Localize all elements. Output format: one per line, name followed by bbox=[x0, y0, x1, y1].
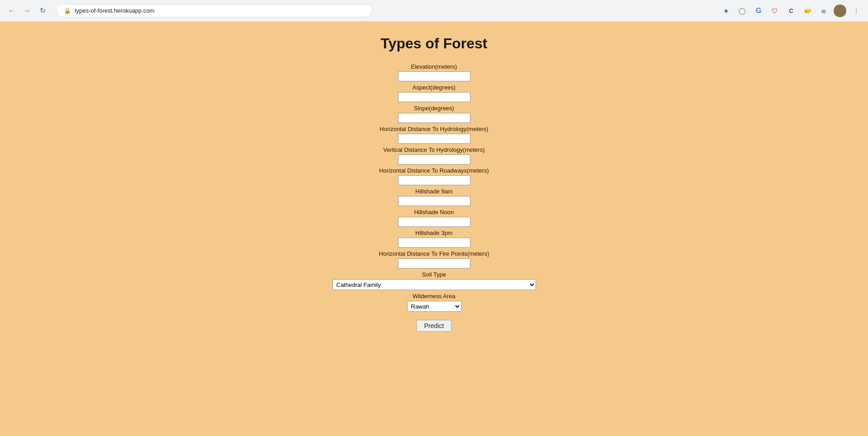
soil-type-group: Soil Type Cathedral Family Vanet - Ratak… bbox=[321, 271, 547, 290]
predict-button[interactable]: Predict bbox=[417, 320, 452, 332]
nav-buttons: ← → ↻ bbox=[5, 5, 49, 17]
reload-button[interactable]: ↻ bbox=[36, 5, 49, 17]
aspect-label: Aspect(degrees) bbox=[413, 84, 455, 91]
elevation-label: Elevation(meters) bbox=[411, 63, 457, 70]
url-text: types-of-forest.herokuapp.com bbox=[75, 7, 154, 14]
slope-label: Slope(degrees) bbox=[414, 105, 454, 112]
main-content: Types of Forest Elevation(meters) Aspect… bbox=[0, 22, 868, 436]
wilderness-area-group: Wilderness Area Rawah Neota Comanche Pea… bbox=[321, 293, 547, 312]
elevation-group: Elevation(meters) bbox=[321, 63, 547, 81]
hillshade-3pm-group: Hillshade 3pm bbox=[321, 230, 547, 248]
more-icon[interactable]: ⋮ bbox=[850, 5, 863, 17]
soil-type-select[interactable]: Cathedral Family Vanet - Ratake families… bbox=[332, 279, 536, 290]
puzzle-icon[interactable]: 🤛 bbox=[801, 5, 814, 17]
menu-icon[interactable]: ≣ bbox=[817, 5, 830, 17]
hillshade-9am-label: Hillshade 9am bbox=[415, 188, 452, 195]
lock-icon: 🔒 bbox=[64, 7, 71, 14]
horiz-roadways-group: Horizontal Distance To Roadways(meters) bbox=[321, 167, 547, 185]
hillshade-noon-group: Hillshade Noon bbox=[321, 209, 547, 227]
c-icon[interactable]: C bbox=[785, 5, 797, 17]
horiz-hydrology-group: Horizontal Distance To Hydrology(meters) bbox=[321, 126, 547, 144]
vert-hydrology-input[interactable] bbox=[398, 155, 470, 164]
shield-icon[interactable]: 🛡 bbox=[768, 5, 781, 17]
wilderness-area-label: Wilderness Area bbox=[413, 293, 455, 300]
horiz-fire-label: Horizontal Distance To Fire Points(meter… bbox=[379, 250, 489, 257]
hillshade-3pm-label: Hillshade 3pm bbox=[415, 230, 452, 236]
browser-chrome: ← → ↻ 🔒 types-of-forest.herokuapp.com ★ … bbox=[0, 0, 868, 22]
slope-input[interactable] bbox=[398, 113, 470, 123]
horiz-hydrology-label: Horizontal Distance To Hydrology(meters) bbox=[379, 126, 488, 132]
search-icon[interactable]: ◯ bbox=[736, 5, 749, 17]
form-container: Elevation(meters) Aspect(degrees) Slope(… bbox=[321, 63, 547, 332]
bookmark-icon[interactable]: ★ bbox=[720, 5, 732, 17]
aspect-input[interactable] bbox=[398, 92, 470, 102]
horiz-roadways-label: Horizontal Distance To Roadways(meters) bbox=[379, 167, 489, 174]
hillshade-9am-group: Hillshade 9am bbox=[321, 188, 547, 206]
elevation-input[interactable] bbox=[398, 71, 470, 81]
aspect-group: Aspect(degrees) bbox=[321, 84, 547, 102]
hillshade-noon-input[interactable] bbox=[398, 217, 470, 227]
address-bar[interactable]: 🔒 types-of-forest.herokuapp.com bbox=[56, 4, 373, 17]
vert-hydrology-label: Vertical Distance To Hydrology(meters) bbox=[383, 146, 484, 153]
horiz-fire-group: Horizontal Distance To Fire Points(meter… bbox=[321, 250, 547, 268]
hillshade-noon-label: Hillshade Noon bbox=[414, 209, 454, 216]
g-icon[interactable]: G bbox=[752, 5, 765, 17]
horiz-hydrology-input[interactable] bbox=[398, 134, 470, 144]
vert-hydrology-group: Vertical Distance To Hydrology(meters) bbox=[321, 146, 547, 164]
toolbar-right: ★ ◯ G 🛡 C 🤛 ≣ ⋮ bbox=[720, 5, 863, 17]
hillshade-3pm-input[interactable] bbox=[398, 238, 470, 248]
back-button[interactable]: ← bbox=[5, 5, 18, 17]
wilderness-area-select[interactable]: Rawah Neota Comanche Peak Cache la Poudr… bbox=[407, 301, 461, 312]
slope-group: Slope(degrees) bbox=[321, 105, 547, 123]
avatar[interactable] bbox=[834, 5, 846, 17]
page-title: Types of Forest bbox=[381, 35, 488, 52]
horiz-roadways-input[interactable] bbox=[398, 175, 470, 185]
soil-type-label: Soil Type bbox=[422, 271, 446, 278]
forward-button[interactable]: → bbox=[21, 5, 33, 17]
horiz-fire-input[interactable] bbox=[398, 258, 470, 268]
hillshade-9am-input[interactable] bbox=[398, 196, 470, 206]
